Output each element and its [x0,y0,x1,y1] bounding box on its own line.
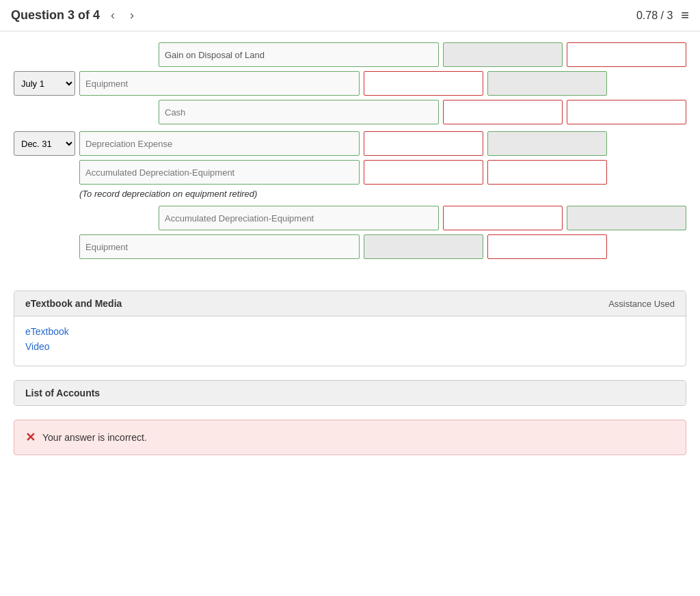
account-field-accum-dep2[interactable] [159,206,439,230]
credit-field-depreciation[interactable] [487,131,607,156]
etextbook-header: eTextbook and Media Assistance Used [14,291,686,316]
debit-field-equipment2[interactable] [364,234,483,259]
debit-field-equipment-july[interactable] [364,71,483,96]
account-field-equipment-july[interactable] [79,71,360,96]
error-icon: ✕ [25,430,36,445]
list-accounts-section: List of Accounts [14,380,686,406]
question-label: Question 3 of 4 [11,8,100,23]
list-accounts-header[interactable]: List of Accounts [14,381,686,405]
date-select-july1[interactable]: July 1 [14,71,75,96]
journal-section-july1: July 1 [14,42,686,124]
account-field-gain[interactable] [159,42,439,67]
entry-row-accum-dep1 [79,160,686,185]
entry-row-accum-dep2 [14,206,686,230]
debit-field-cash[interactable] [443,100,563,124]
main-content: July 1 Dec. 31 [0,31,700,277]
header-left: Question 3 of 4 ‹ › [11,7,138,24]
menu-icon[interactable]: ≡ [681,8,689,23]
error-banner: ✕ Your answer is incorrect. [14,420,686,455]
journal-section-dec31: Dec. 31 (To record depreciation on equip… [14,131,686,199]
credit-field-equipment-july[interactable] [487,71,607,96]
credit-field-equipment2[interactable] [487,234,607,259]
debit-field-depreciation[interactable] [364,131,483,156]
video-link[interactable]: Video [25,341,675,352]
credit-field-accum-dep2[interactable] [567,206,686,230]
debit-field-accum-dep2[interactable] [443,206,563,230]
account-field-depreciation[interactable] [79,131,360,156]
etextbook-link[interactable]: eTextbook [25,326,675,337]
journal-section-extra [14,206,686,259]
account-field-equipment2[interactable] [79,234,360,259]
credit-field-gain[interactable] [567,42,686,67]
account-field-accum-dep1[interactable] [79,160,360,185]
assistance-used-label: Assistance Used [608,299,675,309]
debit-field-accum-dep1[interactable] [364,160,483,185]
depreciation-note: (To record depreciation on equipment ret… [79,189,686,199]
date-select-dec31[interactable]: Dec. 31 [14,131,75,156]
error-message: Your answer is incorrect. [42,432,147,443]
etextbook-title: eTextbook and Media [25,298,122,309]
score-display: 0.78 / 3 [636,10,673,22]
page-header: Question 3 of 4 ‹ › 0.78 / 3 ≡ [0,0,700,31]
credit-field-accum-dep1[interactable] [487,160,607,185]
account-field-cash[interactable] [159,100,439,124]
credit-field-cash[interactable] [567,100,686,124]
next-button[interactable]: › [126,7,138,24]
entry-row-equipment-july: July 1 [14,71,686,96]
entry-row-equipment2 [79,234,686,259]
etextbook-section: eTextbook and Media Assistance Used eTex… [14,290,686,366]
etextbook-links: eTextbook Video [14,316,686,366]
prev-button[interactable]: ‹ [107,7,119,24]
header-right: 0.78 / 3 ≡ [636,8,689,23]
debit-field-gain[interactable] [443,42,563,67]
entry-row-depreciation: Dec. 31 [14,131,686,156]
entry-row-cash [14,100,686,124]
entry-row-gain [14,42,686,67]
